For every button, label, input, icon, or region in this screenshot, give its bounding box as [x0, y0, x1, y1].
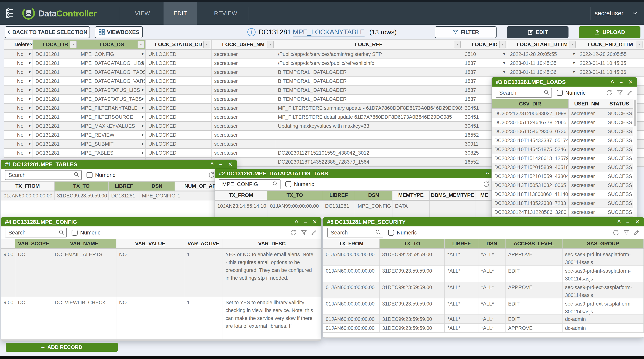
edit-pencil-icon[interactable] — [311, 229, 317, 236]
numeric-checkbox[interactable] — [72, 230, 78, 236]
cell-select[interactable]: 2023-01-11 10:45:36▾ — [508, 68, 577, 77]
cell-select[interactable]: No▾ — [14, 77, 33, 86]
refresh-icon[interactable] — [290, 229, 297, 236]
cell-select[interactable]: 1837▾ — [462, 59, 508, 68]
tree-menu-icon[interactable] — [5, 8, 17, 20]
cell-select[interactable]: No▾ — [14, 68, 33, 77]
upload-button[interactable]: UPLOAD — [579, 26, 640, 38]
cell-select[interactable]: No▾ — [14, 86, 33, 95]
cell-select[interactable]: MPE_DATACATALOG_LIBS▾ — [78, 59, 146, 68]
filter-icon[interactable] — [616, 90, 623, 96]
user-menu[interactable]: secretuser — [595, 2, 638, 25]
refresh-icon[interactable] — [208, 171, 215, 179]
cell-select[interactable]: No▾ — [14, 140, 33, 149]
viewboxes-button[interactable]: VIEWBOXES — [95, 26, 143, 38]
column-filter-button[interactable]: ▼ — [454, 41, 461, 49]
viewbox-titlebar[interactable]: #1 DC131281.MPE_TABLES^–✕ — [1, 160, 237, 169]
numeric-checkbox[interactable] — [285, 181, 291, 187]
cell-select[interactable]: No▾ — [14, 113, 33, 122]
filter-icon[interactable] — [301, 229, 307, 236]
minimize-icon[interactable]: – — [304, 219, 307, 225]
search-input[interactable] — [5, 228, 67, 237]
minimize-icon[interactable]: – — [626, 219, 630, 225]
table-cell: 31DEC99:23:59:59.00 — [380, 249, 445, 265]
numeric-checkbox[interactable] — [86, 172, 92, 178]
cell-select[interactable]: 1837▾ — [462, 68, 508, 77]
column-filter-button[interactable]: ▼ — [569, 41, 576, 49]
collapse-icon[interactable]: ^ — [618, 219, 621, 225]
cell-select[interactable]: No▾ — [14, 131, 33, 140]
close-icon[interactable]: ✕ — [628, 79, 633, 85]
cell-select[interactable]: MPE_REVIEW▾ — [78, 131, 146, 140]
viewbox-titlebar[interactable]: #2 DC131281.MPE_DATACATALOG_TABS^ — [215, 169, 493, 178]
collapse-icon[interactable]: ^ — [611, 79, 614, 85]
close-icon[interactable]: ✕ — [635, 219, 640, 225]
info-icon[interactable]: i — [248, 28, 256, 36]
column-filter-button[interactable]: ▼ — [636, 41, 642, 49]
edit-pencil-icon[interactable] — [633, 229, 640, 236]
cell-value: DC20230106T154629303_0736 — [494, 129, 566, 134]
cell-select[interactable]: MPE_DATASTATUS_LIBS▾ — [78, 86, 146, 95]
cell-select[interactable]: MPE_DATASTATUS_TABS▾ — [78, 95, 146, 104]
numeric-checkbox[interactable] — [557, 90, 563, 96]
cell-value: DATA — [395, 203, 408, 209]
tab-view[interactable]: VIEW — [122, 2, 164, 25]
collapse-icon[interactable]: ^ — [295, 219, 298, 225]
column-filter-button[interactable]: ▼ — [267, 41, 274, 49]
viewbox-action-icons — [606, 89, 633, 96]
refresh-icon[interactable] — [483, 181, 490, 188]
search-input[interactable] — [496, 88, 552, 98]
cell-select[interactable]: No▾ — [14, 104, 33, 113]
filter-icon[interactable] — [623, 229, 630, 236]
datacontroller-logo-icon[interactable] — [22, 6, 36, 21]
viewbox-search-row: Numeric — [492, 87, 637, 99]
viewbox-titlebar[interactable]: #5 DC131281.MPE_SECURITY^–✕ — [323, 217, 644, 226]
column-filter-button[interactable]: ▼ — [203, 41, 210, 49]
search-input[interactable] — [5, 170, 82, 180]
column-filter-button[interactable]: ▼ — [138, 41, 144, 49]
cell-select[interactable]: No▾ — [14, 149, 33, 158]
cell-select[interactable]: MPE_MAXKEYVALUES▾ — [78, 122, 146, 131]
column-filter-button[interactable]: ▼ — [70, 41, 76, 49]
column-filter-button[interactable]: ▼ — [499, 41, 506, 49]
cell-select[interactable]: MPE_FILTERSOURCE▾ — [78, 113, 146, 122]
search-input[interactable] — [219, 179, 280, 189]
numeric-checkbox[interactable] — [388, 230, 394, 236]
edit-button[interactable]: EDIT — [507, 26, 568, 38]
refresh-icon[interactable] — [612, 229, 620, 236]
cell-select[interactable]: No▾ — [14, 95, 33, 104]
viewbox-titlebar[interactable]: #4 DC131281.MPE_CONFIG^–✕ — [1, 217, 321, 226]
tab-edit[interactable]: EDIT — [164, 2, 197, 25]
title-table-link[interactable]: MPE_LOCKANYTABLE — [293, 28, 364, 37]
search-input[interactable] — [327, 228, 383, 237]
cell-select[interactable]: No▾ — [14, 122, 33, 131]
cell-select[interactable]: 2023-01-11 10:45:35▾ — [508, 59, 577, 68]
add-record-button[interactable]: + ADD RECORD — [6, 343, 118, 352]
cell-select[interactable]: MPE_SUBMIT▾ — [78, 140, 146, 149]
cell-select[interactable]: 3510▾ — [462, 50, 508, 59]
scrollbar-thumb[interactable] — [634, 100, 636, 126]
refresh-icon[interactable] — [606, 89, 613, 96]
scrollbar[interactable] — [633, 99, 637, 219]
tab-review[interactable]: REVIEW — [203, 2, 248, 25]
viewbox-title: #2 DC131281.MPE_DATACATALOG_TABS — [219, 170, 328, 177]
back-to-table-selection-button[interactable]: ‹ BACK TO TABLE SELECTION — [5, 26, 90, 38]
cell-select[interactable]: MPE_DATACATALOG_TABS▾ — [78, 68, 146, 77]
cell-select[interactable]: 2022-12-28 20:05:55▾ — [508, 50, 577, 59]
cell-select[interactable]: MPE_TABLES▾ — [78, 149, 146, 158]
cell-select[interactable]: MPE_FILTERANYTABLE▾ — [78, 104, 146, 113]
minimize-icon[interactable]: – — [219, 162, 222, 167]
collapse-icon[interactable]: ^ — [486, 171, 489, 176]
cell-select[interactable]: No▾ — [14, 59, 33, 68]
minimize-icon[interactable]: – — [620, 79, 623, 85]
cell-select[interactable]: MPE_CONFIG▾ — [78, 50, 146, 59]
cell-value: APPROVE — [508, 252, 532, 257]
cell-select[interactable]: MPE_DATACATALOG_VARS▾ — [78, 77, 146, 86]
filter-button[interactable]: FILTER — [435, 26, 496, 38]
collapse-icon[interactable]: ^ — [210, 162, 214, 167]
edit-pencil-icon[interactable] — [626, 90, 633, 96]
close-icon[interactable]: ✕ — [312, 219, 317, 225]
viewbox-titlebar[interactable]: #3 DC131281.MPE_LOADS^–✕ — [492, 77, 637, 87]
cell-select[interactable]: No▾ — [14, 50, 33, 59]
close-icon[interactable]: ✕ — [228, 162, 233, 167]
